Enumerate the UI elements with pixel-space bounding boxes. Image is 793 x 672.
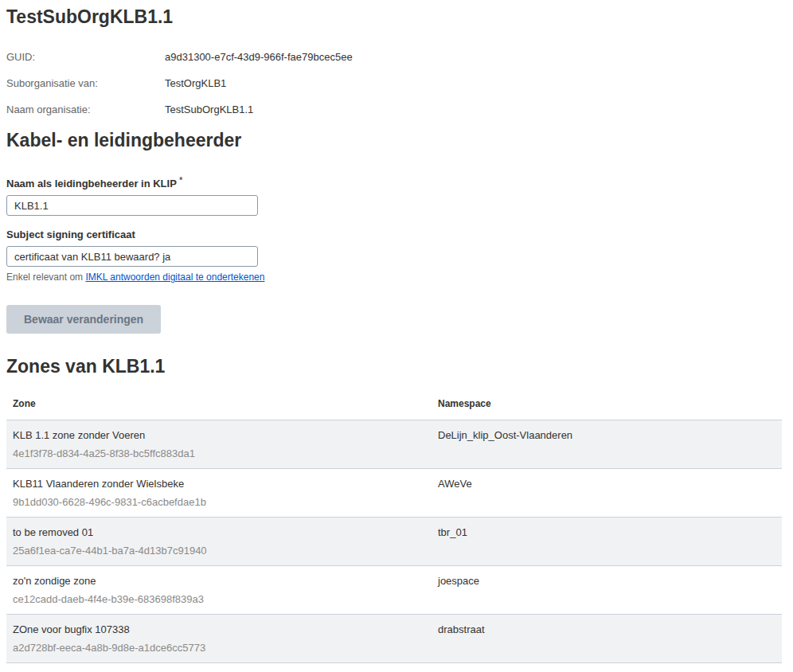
manager-section-heading: Kabel- en leidingbeheerder (6, 130, 787, 151)
name-field-label-text: Naam als leidingbeheerder in KLIP (6, 178, 177, 189)
imkl-sign-link[interactable]: IMKL antwoorden digitaal te ondertekenen (85, 272, 264, 283)
zone-guid: 4e1f3f78-d834-4a25-8f38-bc5ffc883da1 (13, 446, 438, 462)
meta-row-naam-organisatie: Naam organisatie: TestSubOrgKLB1.1 (6, 104, 787, 116)
zone-name: KLB11 Vlaanderen zonder Wielsbeke (13, 476, 438, 492)
suborganisatie-value: TestOrgKLB1 (165, 77, 226, 90)
save-changes-button[interactable]: Bewaar veranderingen (6, 305, 161, 334)
zone-cell: zo'n zondige zone ce12cadd-daeb-4f4e-b39… (6, 573, 438, 608)
zone-cell: KLB 1.1 zone zonder Voeren 4e1f3f78-d834… (6, 428, 438, 462)
namespace-cell: DeLijn_klip_Oost-Vlaanderen (438, 428, 782, 462)
org-metadata: GUID: a9d31300-e7cf-43d9-966f-fae79bcec5… (6, 51, 787, 116)
namespace-cell: tbr_01 (438, 525, 782, 559)
zone-name: zo'n zondige zone (13, 573, 438, 589)
helper-prefix: Enkel relevant om (6, 272, 85, 283)
naam-organisatie-label: Naam organisatie: (6, 104, 165, 116)
certificate-subject-input[interactable] (6, 246, 258, 267)
namespace-cell: drabstraat (438, 622, 782, 656)
table-row: to be removed 01 25a6f1ea-ca7e-44b1-ba7a… (6, 518, 782, 566)
guid-label: GUID: (6, 51, 165, 64)
namespace-cell: AWeVe (438, 476, 782, 510)
namespace-cell: joespace (438, 573, 782, 608)
zone-cell: ZOne voor bugfix 107338 a2d728bf-eeca-4a… (6, 622, 438, 656)
name-field-label: Naam als leidingbeheerder in KLIP * (6, 176, 787, 189)
zone-name: to be removed 01 (13, 525, 438, 541)
column-header-zone: Zone (6, 398, 438, 409)
zone-name: KLB 1.1 zone zonder Voeren (13, 428, 438, 443)
guid-value: a9d31300-e7cf-43d9-966f-fae79bcec5ee (165, 51, 353, 64)
zones-table-header: Zone Namespace (6, 393, 782, 420)
zone-cell: KLB11 Vlaanderen zonder Wielsbeke 9b1dd0… (6, 476, 438, 510)
meta-row-guid: GUID: a9d31300-e7cf-43d9-966f-fae79bcec5… (6, 51, 787, 64)
zone-guid: a2d728bf-eeca-4a8b-9d8e-a1dce6cc5773 (13, 640, 438, 656)
page-title: TestSubOrgKLB1.1 (6, 6, 787, 28)
table-row: ZOne voor bugfix 107338 a2d728bf-eeca-4a… (6, 615, 782, 663)
suborganisatie-label: Suborganisatie van: (6, 77, 165, 90)
name-field-group: Naam als leidingbeheerder in KLIP * (6, 176, 787, 216)
naam-organisatie-value: TestSubOrgKLB1.1 (165, 104, 253, 116)
meta-row-suborganisatie: Suborganisatie van: TestOrgKLB1 (6, 77, 787, 90)
zone-guid: ce12cadd-daeb-4f4e-b39e-683698f839a3 (13, 592, 438, 608)
table-row: KLB11 Vlaanderen zonder Wielsbeke 9b1dd0… (6, 469, 782, 518)
certificate-field-label: Subject signing certificaat (6, 229, 787, 240)
zone-guid: 25a6f1ea-ca7e-44b1-ba7a-4d13b7c91940 (13, 543, 438, 559)
table-row: zo'n zondige zone ce12cadd-daeb-4f4e-b39… (6, 566, 782, 615)
zone-cell: to be removed 01 25a6f1ea-ca7e-44b1-ba7a… (6, 525, 438, 559)
zones-section-heading: Zones van KLB1.1 (6, 356, 787, 377)
table-row: KLB 1.1 zone zonder Voeren 4e1f3f78-d834… (6, 420, 782, 469)
zones-table: Zone Namespace KLB 1.1 zone zonder Voere… (6, 393, 782, 663)
column-header-namespace: Namespace (438, 398, 782, 409)
required-marker: * (179, 176, 182, 185)
klip-name-input[interactable] (6, 195, 258, 216)
certificate-field-group: Subject signing certificaat Enkel releva… (6, 229, 787, 283)
zone-guid: 9b1dd030-6628-496c-9831-c6acbefdae1b (13, 494, 438, 510)
certificate-helper-text: Enkel relevant om IMKL antwoorden digita… (6, 272, 787, 283)
zone-name: ZOne voor bugfix 107338 (13, 622, 438, 638)
